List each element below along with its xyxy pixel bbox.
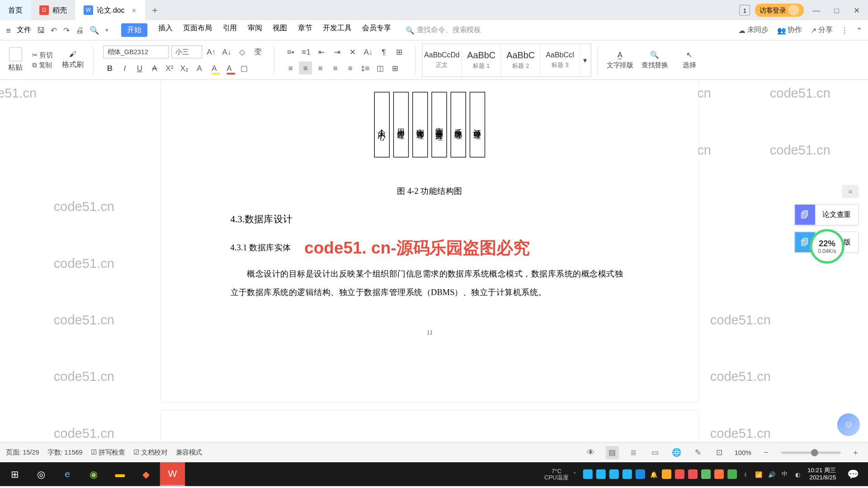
italic-button[interactable]: I	[118, 61, 131, 75]
document-area[interactable]: code51.cn code51.cn code51.cn code51.cn …	[0, 80, 868, 464]
zoom-in-button[interactable]: ＋	[849, 446, 862, 459]
zoom-slider[interactable]	[781, 451, 841, 454]
tray-icon[interactable]	[623, 469, 632, 479]
hamburger-icon[interactable]: ≡	[6, 25, 11, 35]
tray-shield-icon[interactable]	[636, 469, 645, 479]
volume-icon[interactable]: 🔊	[767, 469, 776, 479]
taskbar-clock[interactable]: 10:21 周三2021/8/25	[804, 467, 840, 482]
select-button[interactable]: ↖选择	[673, 51, 705, 70]
decrease-font-icon[interactable]: A↓	[220, 45, 233, 58]
tray-icon[interactable]	[675, 469, 684, 479]
view-read-button[interactable]: ▭	[649, 446, 662, 459]
tray-icon[interactable]	[714, 469, 724, 479]
qat-dropdown-icon[interactable]: ▾	[105, 27, 108, 33]
borders-button[interactable]: ⊞	[388, 61, 401, 75]
print-preview-icon[interactable]: 🔍	[90, 26, 99, 35]
decrease-indent-button[interactable]: ⇤	[315, 45, 328, 58]
tray-bell-icon[interactable]: 🔔	[649, 469, 658, 479]
share-button[interactable]: ↗ 分享	[811, 25, 833, 35]
tab-document[interactable]: W论文.doc✕	[75, 0, 145, 20]
underline-button[interactable]: U	[133, 61, 146, 75]
text-effect-button[interactable]: A	[193, 61, 206, 75]
task-app-1[interactable]: ◎	[28, 462, 53, 486]
bluetooth-icon[interactable]: ᚼ	[741, 469, 750, 479]
status-page[interactable]: 页面: 15/29	[6, 448, 39, 457]
tabs-button[interactable]: ⊞	[393, 45, 406, 58]
undo-icon[interactable]: ↶	[51, 26, 57, 35]
ribbon-tab-pagelayout[interactable]: 页面布局	[183, 23, 212, 37]
sort-button[interactable]: A↓	[362, 45, 375, 58]
collapse-side-icon[interactable]: ≡	[842, 185, 859, 198]
ime-icon[interactable]: 中	[780, 469, 789, 479]
weather-widget[interactable]: 7°CCPU温度	[544, 468, 569, 481]
style-heading3[interactable]: AaBbCcI标题 3	[541, 44, 580, 76]
add-tab-button[interactable]: ＋	[145, 0, 165, 20]
font-size-select[interactable]: 小三	[171, 45, 203, 58]
strikethrough-button[interactable]: A	[148, 61, 161, 75]
more-menu-icon[interactable]: ⋮	[841, 26, 848, 34]
font-color-button[interactable]: A	[222, 61, 236, 75]
styles-more-button[interactable]: ▾	[580, 44, 591, 76]
zoom-out-button[interactable]: −	[760, 446, 773, 459]
task-browser[interactable]: ◉	[81, 462, 106, 486]
window-count[interactable]: 1	[739, 5, 750, 16]
view-web-button[interactable]: 🌐	[670, 446, 683, 459]
show-marks-button[interactable]: ¶	[377, 45, 390, 58]
view-outline-button[interactable]: ≣	[627, 446, 640, 459]
eye-icon[interactable]: 👁	[584, 446, 597, 459]
style-normal[interactable]: AaBbCcDd正文	[423, 44, 462, 76]
redo-icon[interactable]: ↷	[63, 26, 70, 35]
bold-button[interactable]: B	[103, 61, 116, 75]
speed-widget[interactable]: 22% 0.04K/s	[810, 229, 844, 264]
wifi-icon[interactable]: 📶	[754, 469, 763, 479]
zoom-value[interactable]: 100%	[735, 449, 751, 456]
tray-up-icon[interactable]: ˄	[570, 469, 580, 479]
ribbon-tab-chapter[interactable]: 章节	[298, 23, 312, 37]
text-layout-button[interactable]: A̲文字排版	[604, 51, 636, 70]
font-name-select[interactable]: 楷体_GB2312	[103, 45, 169, 58]
tray-icon[interactable]	[688, 469, 698, 479]
tray-icon[interactable]	[583, 469, 593, 479]
align-right-button[interactable]: ≡	[314, 61, 327, 75]
tray-icon[interactable]	[596, 469, 606, 479]
sync-status[interactable]: ☁ 未同步	[738, 25, 769, 35]
align-left-button[interactable]: ≡	[284, 61, 297, 75]
save-icon[interactable]: 🖫	[37, 26, 45, 35]
subscript-button[interactable]: X₂	[178, 61, 191, 75]
coop-button[interactable]: 👥 协作	[777, 25, 802, 35]
status-proofread[interactable]: ☑ 文档校对	[133, 448, 167, 457]
increase-indent-button[interactable]: ⇥	[330, 45, 344, 58]
close-window-button[interactable]: ✕	[849, 6, 864, 15]
increase-font-icon[interactable]: A↑	[205, 45, 218, 58]
style-heading2[interactable]: AaBbC标题 2	[501, 44, 541, 76]
tray-icon[interactable]	[662, 469, 671, 479]
fit-page-button[interactable]: ⊡	[713, 446, 726, 459]
status-spellcheck[interactable]: ☑ 拼写检查	[91, 448, 125, 457]
asian-layout-button[interactable]: ✕	[346, 45, 359, 58]
format-painter-button[interactable]: 🖌格式刷	[62, 50, 84, 70]
start-button[interactable]: ⊞	[2, 462, 27, 486]
task-app-2[interactable]: ◆	[134, 462, 159, 486]
number-list-button[interactable]: ≡1	[300, 45, 313, 58]
cut-button[interactable]: ✂ 剪切	[32, 51, 52, 60]
ribbon-tab-member[interactable]: 会员专享	[362, 23, 391, 37]
maximize-button[interactable]: □	[829, 6, 844, 15]
phonetic-icon[interactable]: 变	[251, 45, 264, 58]
align-justify-button[interactable]: ≡	[329, 61, 342, 75]
tray-icon[interactable]	[609, 469, 619, 479]
distribute-button[interactable]: ≡	[344, 61, 357, 75]
clear-format-icon[interactable]: ◇	[236, 45, 249, 58]
command-search[interactable]: 🔍查找命令、搜索模板	[406, 25, 481, 35]
superscript-button[interactable]: X²	[163, 61, 176, 75]
ribbon-tab-devtools[interactable]: 开发工具	[323, 23, 351, 37]
view-page-button[interactable]: ▤	[606, 446, 619, 459]
ribbon-tab-start[interactable]: 开始	[121, 23, 147, 37]
ribbon-tab-view[interactable]: 视图	[273, 23, 287, 37]
close-tab-icon[interactable]: ✕	[132, 7, 137, 14]
plagiarism-check-button[interactable]: 🗐论文查重	[794, 204, 859, 225]
status-compat-mode[interactable]: 兼容模式	[176, 448, 202, 457]
print-icon[interactable]: 🖨	[76, 26, 84, 35]
align-center-button[interactable]: ≡	[299, 61, 312, 75]
guest-login-button[interactable]: 访客登录	[755, 4, 804, 17]
ribbon-tab-reference[interactable]: 引用	[223, 23, 237, 37]
